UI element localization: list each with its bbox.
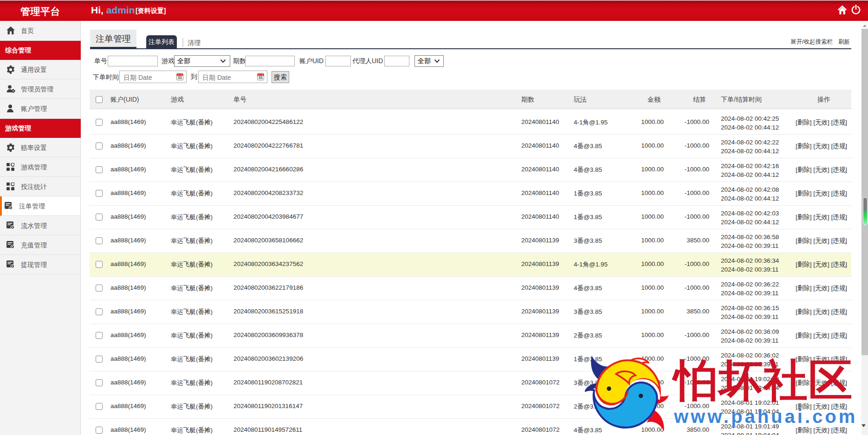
svg-text:31: 31 — [178, 75, 182, 80]
svg-text:31: 31 — [259, 75, 263, 80]
